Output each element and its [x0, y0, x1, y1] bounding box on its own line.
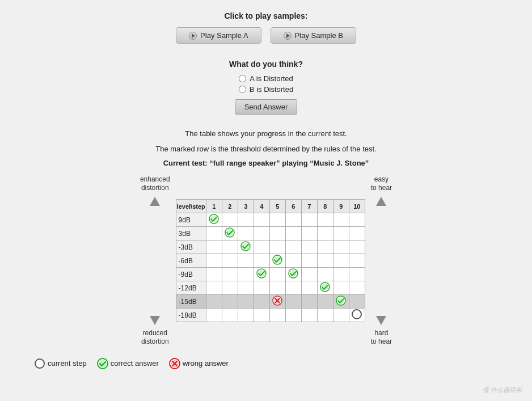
step-cell: [222, 213, 238, 227]
step-cell: [222, 295, 238, 309]
step-cell: [238, 309, 254, 322]
step-cell: [238, 268, 254, 281]
question-label: What do you think?: [0, 60, 532, 69]
level-cell: -15dB: [176, 295, 206, 309]
col-header-9: 9: [333, 200, 349, 213]
check-icon: [288, 268, 298, 278]
legend-correct-label: correct answer: [111, 359, 159, 368]
legend-wrong-label: wrong answer: [183, 359, 229, 368]
level-cell: -9dB: [176, 268, 206, 281]
step-cell: [222, 240, 238, 254]
step-cell: [238, 254, 254, 268]
step-cell: [301, 268, 317, 281]
step-cell: [206, 268, 222, 281]
option-a-row[interactable]: A is Distorted: [239, 74, 293, 83]
step-cell: [254, 309, 269, 322]
col-header-level: level\step: [176, 200, 206, 213]
play-sample-a-button[interactable]: Play Sample A: [176, 27, 261, 44]
check-icon: [336, 296, 346, 306]
table-row: -6dB: [176, 254, 365, 268]
step-cell: [254, 240, 269, 254]
step-cell: [301, 295, 317, 309]
level-cell: -6dB: [176, 254, 206, 268]
legend-area: current step correct answer wrong answer: [0, 358, 532, 369]
level-cell: 3dB: [176, 227, 206, 240]
step-cell: [238, 227, 254, 240]
step-cell: [349, 295, 365, 309]
svg-point-22: [352, 310, 361, 319]
legend-wrong: wrong answer: [169, 358, 229, 369]
step-cell: [301, 254, 317, 268]
step-cell: [333, 268, 349, 281]
step-cell: [285, 295, 301, 309]
play-label: Click to play samples:: [0, 11, 532, 20]
step-cell: [333, 227, 349, 240]
step-cell: [269, 281, 285, 295]
col-header-5: 5: [269, 200, 285, 213]
option-b-row[interactable]: B is Distorted: [239, 85, 293, 94]
step-cell: [317, 227, 333, 240]
left-arrow-group: enhanceddistortion reduceddistortion: [140, 175, 170, 347]
step-cell: [349, 254, 365, 268]
table-row: -15dB: [176, 295, 365, 309]
step-cell: [317, 309, 333, 322]
right-arrow-group: easyto hear hardto hear: [371, 175, 392, 347]
step-cell: [333, 213, 349, 227]
col-header-6: 6: [285, 200, 301, 213]
step-cell: [269, 309, 285, 322]
option-b-radio[interactable]: [239, 86, 246, 93]
step-cell: [301, 227, 317, 240]
easy-label: easyto hear: [371, 175, 392, 193]
level-cell: -3dB: [176, 240, 206, 254]
legend-correct: correct answer: [97, 358, 159, 369]
table-row: -9dB: [176, 268, 365, 281]
step-cell: [222, 254, 238, 268]
current-icon: [352, 309, 362, 319]
step-cell: [269, 295, 285, 309]
step-cell: [254, 254, 269, 268]
svg-marker-0: [150, 197, 160, 206]
step-cell: [285, 240, 301, 254]
enhanced-label: enhanceddistortion: [140, 175, 170, 193]
watermark: 值 什么值得买: [483, 386, 522, 394]
step-cell: [222, 268, 238, 281]
svg-marker-24: [376, 316, 386, 325]
step-cell: [206, 309, 222, 322]
col-header-10: 10: [349, 200, 365, 213]
level-cell: 9dB: [176, 213, 206, 227]
step-cell: [333, 295, 349, 309]
step-cell: [238, 281, 254, 295]
send-answer-button[interactable]: Send Answer: [235, 99, 298, 115]
progress-table: level\step123456789109dB 3dB -3dB -6dB: [176, 199, 365, 322]
play-sample-b-button[interactable]: Play Sample B: [271, 27, 356, 44]
col-header-3: 3: [238, 200, 254, 213]
step-cell: [206, 227, 222, 240]
step-cell: [301, 281, 317, 295]
check-icon: [320, 282, 330, 292]
check-icon: [256, 268, 267, 278]
step-cell: [206, 213, 222, 227]
step-cell: [349, 281, 365, 295]
play-b-label: Play Sample B: [295, 31, 343, 40]
step-cell: [206, 254, 222, 268]
step-cell: [222, 281, 238, 295]
col-header-7: 7: [301, 200, 317, 213]
progress-line2: The marked row is the threshold determin…: [0, 143, 532, 155]
step-cell: [333, 254, 349, 268]
col-header-8: 8: [317, 200, 333, 213]
step-cell: [317, 268, 333, 281]
step-cell: [269, 268, 285, 281]
step-cell: [301, 309, 317, 322]
step-cell: [285, 227, 301, 240]
up-arrow-icon-right: [375, 195, 387, 208]
step-cell: [285, 213, 301, 227]
legend-current: current step: [34, 358, 87, 369]
current-step-icon: [34, 358, 45, 369]
step-cell: [206, 240, 222, 254]
step-cell: [301, 240, 317, 254]
up-arrow-icon: [149, 195, 161, 208]
down-arrow-icon-right: [375, 314, 387, 327]
step-cell: [238, 295, 254, 309]
option-a-radio[interactable]: [239, 75, 246, 82]
step-cell: [206, 295, 222, 309]
